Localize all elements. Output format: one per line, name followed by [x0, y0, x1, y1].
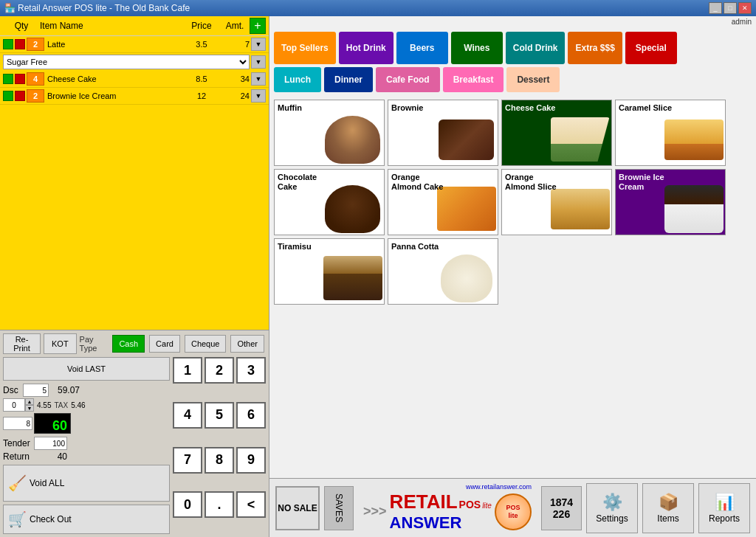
item-cheese-cake-img	[549, 114, 611, 165]
cat-wines[interactable]: Wines	[451, 32, 503, 64]
numpad-backspace[interactable]: <	[236, 491, 266, 518]
order-table-header: Qty Item Name Price Amt. +	[0, 16, 269, 36]
settings-button[interactable]: ⚙️ Settings	[586, 483, 638, 533]
item-muffin[interactable]: Muffin	[274, 100, 385, 166]
no-sale-label: NO SALE	[278, 503, 317, 513]
cat-top-sellers[interactable]: Top Sellers	[274, 32, 336, 64]
row-expand-button[interactable]: ▼	[251, 89, 266, 103]
cat-lunch[interactable]: Lunch	[274, 67, 321, 92]
item-caramel-slice-img	[662, 114, 725, 165]
bottom-bar: NO SALE SAVES www.retailanswer.com >>> R…	[269, 478, 756, 537]
item-cheese-cake[interactable]: Cheese Cake	[501, 100, 612, 166]
row-add-button[interactable]	[3, 74, 13, 84]
title-bar-controls: _ □ ✕	[709, 2, 752, 14]
row-expand-button[interactable]: ▼	[251, 38, 266, 51]
item-orange-almond-slice[interactable]: OrangeAlmond Slice	[501, 169, 612, 235]
other-input[interactable]	[3, 417, 32, 430]
discount-area: Dsc 59.07 ▲ ▼	[3, 384, 86, 462]
brand-answer-text: ANSWER	[390, 513, 462, 533]
row-add-button[interactable]	[3, 39, 13, 49]
item-orange-almond-slice-label: OrangeAlmond Slice	[505, 173, 557, 192]
numpad: 1 2 3 4 5 6 7 8 9 0 . <	[173, 357, 266, 534]
row-remove-button[interactable]	[15, 39, 25, 49]
numpad-6[interactable]: 6	[236, 402, 266, 429]
col-price-header: Price	[183, 21, 220, 31]
item-brownie[interactable]: Brownie	[388, 100, 498, 166]
item-tiramisu[interactable]: Tiramisu	[274, 238, 385, 305]
table-row[interactable]: 4 Cheese Cake 8.5 34 ▼	[0, 71, 269, 88]
numpad-1[interactable]: 1	[173, 357, 202, 384]
other-button[interactable]: Other	[230, 335, 264, 353]
void-all-button[interactable]: 🧹 Void ALL	[3, 465, 170, 502]
numpad-5[interactable]: 5	[205, 402, 234, 429]
cat-special[interactable]: Special	[625, 32, 677, 64]
cat-beers[interactable]: Beers	[396, 32, 448, 64]
cat-breakfast[interactable]: Breakfast	[443, 67, 504, 92]
cat-cold-drink[interactable]: Cold Drink	[506, 32, 566, 64]
numpad-0[interactable]: 0	[173, 491, 202, 518]
saves-button[interactable]: SAVES	[324, 486, 354, 530]
cat-extra[interactable]: Extra $$$	[568, 32, 622, 64]
item-caramel-slice[interactable]: Caramel Slice	[615, 100, 726, 166]
qty-up-button[interactable]: ▲	[25, 398, 34, 405]
table-row[interactable]: 2 Latte 3.5 7 ▼	[0, 36, 269, 53]
broom-icon: 🧹	[8, 474, 27, 492]
cat-cafe-food[interactable]: Cafe Food	[376, 67, 440, 92]
item-brownie-label: Brownie	[391, 103, 423, 113]
order-rows: 2 Latte 3.5 7 ▼ Sugar Free Regular Soy M…	[0, 36, 269, 330]
discount-label: Dsc	[3, 385, 21, 395]
numpad-dot[interactable]: .	[205, 491, 234, 518]
numpad-3[interactable]: 3	[236, 357, 266, 384]
tender-label: Tender	[3, 438, 32, 448]
reprint-button[interactable]: Re-Print	[3, 333, 41, 354]
add-item-button[interactable]: +	[250, 18, 266, 34]
cat-dessert[interactable]: Dessert	[506, 67, 560, 92]
saves-label: SAVES	[334, 493, 344, 522]
qty-down-button[interactable]: ▼	[25, 405, 34, 412]
items-button[interactable]: 📦 Items	[642, 483, 694, 533]
item-chocolate-cake[interactable]: ChocolateCake	[274, 169, 385, 235]
row-remove-button[interactable]	[15, 74, 25, 84]
card-button[interactable]: Card	[149, 335, 180, 353]
table-row[interactable]: 2 Brownie Ice Cream 12 24 ▼	[0, 88, 269, 105]
row-remove-button[interactable]	[15, 91, 25, 101]
col-qty-header: Qty	[3, 21, 40, 31]
discount-input[interactable]	[23, 384, 49, 397]
item-orange-almond-cake-label: OrangeAlmond Cake	[391, 173, 443, 192]
numpad-9[interactable]: 9	[236, 447, 266, 474]
return-label: Return	[3, 451, 32, 462]
row-qty: 2	[27, 89, 44, 103]
numpad-7[interactable]: 7	[173, 447, 202, 474]
website-link[interactable]: www.retailanswer.com	[466, 483, 532, 491]
numpad-4[interactable]: 4	[173, 402, 202, 429]
minimize-button[interactable]: _	[709, 2, 722, 14]
checkout-button[interactable]: 🛒 Check Out	[3, 505, 170, 534]
row-add-button[interactable]	[3, 91, 13, 101]
modifier-arrow[interactable]: ▼	[251, 55, 266, 69]
reports-button[interactable]: 📊 Reports	[698, 483, 750, 533]
cash-button[interactable]: Cash	[112, 335, 145, 353]
cat-hot-drink[interactable]: Hot Drink	[339, 32, 394, 64]
tax-value: 5.46	[71, 401, 85, 409]
item-brownie-ice-cream[interactable]: Brownie IceCream	[615, 169, 726, 235]
modifier-select[interactable]: Sugar Free Regular Soy Milk Oat Milk	[3, 55, 250, 69]
void-last-button[interactable]: Void LAST	[3, 357, 170, 381]
cheque-button[interactable]: Cheque	[185, 335, 227, 353]
row-expand-button[interactable]: ▼	[251, 72, 266, 86]
qty-input[interactable]	[3, 398, 25, 412]
close-button[interactable]: ✕	[738, 2, 752, 14]
tender-input[interactable]	[34, 437, 67, 450]
maximize-button[interactable]: □	[724, 2, 737, 14]
cart-icon: 🛒	[8, 510, 27, 528]
item-chocolate-cake-img	[321, 183, 384, 235]
bottom-controls: Re-Print KOT Pay Type Cash Card Cheque O…	[0, 330, 269, 537]
numpad-8[interactable]: 8	[205, 447, 234, 474]
no-sale-button[interactable]: NO SALE	[275, 486, 320, 530]
cat-dinner[interactable]: Dinner	[324, 67, 373, 92]
item-panna-cotta[interactable]: Panna Cotta	[388, 238, 498, 305]
numpad-2[interactable]: 2	[205, 357, 234, 384]
item-tiramisu-img	[321, 252, 384, 304]
main-content: Qty Item Name Price Amt. + 2 Latte 3.5 7…	[0, 16, 756, 537]
kot-button[interactable]: KOT	[44, 333, 77, 354]
item-orange-almond-cake[interactable]: OrangeAlmond Cake	[388, 169, 498, 235]
